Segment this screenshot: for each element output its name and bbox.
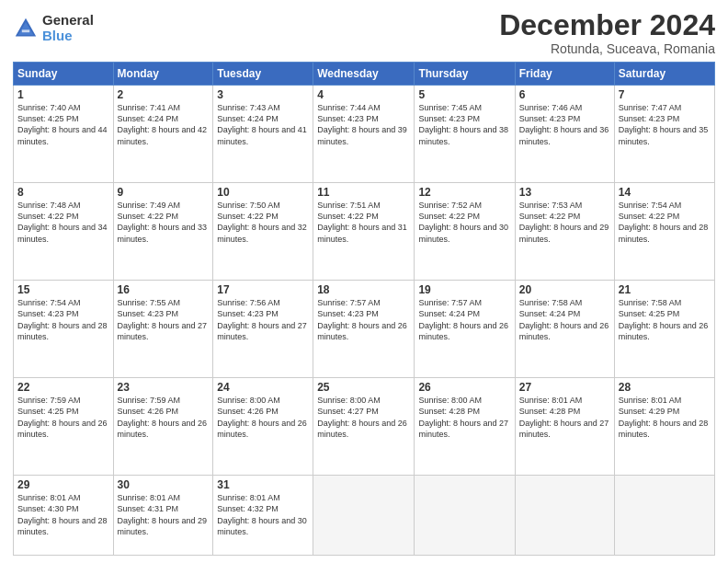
table-row: [415, 476, 515, 556]
day-number: 24: [217, 381, 309, 394]
day-info: Sunrise: 8:00 AMSunset: 4:28 PMDaylight:…: [418, 395, 510, 440]
day-info: Sunrise: 7:46 AMSunset: 4:23 PMDaylight:…: [519, 102, 610, 147]
day-info: Sunrise: 7:43 AMSunset: 4:24 PMDaylight:…: [217, 102, 309, 147]
table-row: 9Sunrise: 7:49 AMSunset: 4:22 PMDaylight…: [113, 183, 213, 281]
day-info: Sunrise: 7:48 AMSunset: 4:22 PMDaylight:…: [17, 200, 109, 245]
day-number: 6: [519, 88, 610, 101]
location: Rotunda, Suceava, Romania: [499, 41, 715, 56]
col-saturday: Saturday: [614, 63, 714, 86]
table-row: 2Sunrise: 7:41 AMSunset: 4:24 PMDaylight…: [113, 86, 213, 183]
day-info: Sunrise: 7:41 AMSunset: 4:24 PMDaylight:…: [118, 102, 210, 147]
day-info: Sunrise: 7:51 AMSunset: 4:22 PMDaylight:…: [317, 200, 410, 245]
table-row: 5Sunrise: 7:45 AMSunset: 4:23 PMDaylight…: [415, 86, 515, 183]
day-info: Sunrise: 7:59 AMSunset: 4:26 PMDaylight:…: [118, 395, 210, 440]
day-number: 10: [217, 186, 309, 199]
day-number: 25: [317, 381, 410, 394]
table-row: 29Sunrise: 8:01 AMSunset: 4:30 PMDayligh…: [14, 476, 114, 556]
day-info: Sunrise: 7:57 AMSunset: 4:24 PMDaylight:…: [418, 297, 510, 342]
table-row: 6Sunrise: 7:46 AMSunset: 4:23 PMDaylight…: [515, 86, 614, 183]
day-number: 16: [118, 283, 210, 296]
table-row: 17Sunrise: 7:56 AMSunset: 4:23 PMDayligh…: [213, 281, 313, 378]
table-row: 23Sunrise: 7:59 AMSunset: 4:26 PMDayligh…: [113, 378, 213, 476]
table-row: [614, 476, 714, 556]
month-title: December 2024: [499, 9, 715, 41]
day-number: 3: [217, 88, 309, 101]
day-number: 21: [619, 283, 711, 296]
table-row: 30Sunrise: 8:01 AMSunset: 4:31 PMDayligh…: [113, 476, 213, 556]
calendar-table: Sunday Monday Tuesday Wednesday Thursday…: [13, 62, 715, 556]
day-number: 8: [17, 186, 109, 199]
table-row: 8Sunrise: 7:48 AMSunset: 4:22 PMDaylight…: [14, 183, 114, 281]
table-row: 31Sunrise: 8:01 AMSunset: 4:32 PMDayligh…: [213, 476, 313, 556]
table-row: [313, 476, 415, 556]
day-info: Sunrise: 8:01 AMSunset: 4:31 PMDaylight:…: [118, 492, 210, 537]
logo-text: General Blue: [42, 13, 94, 43]
table-row: 12Sunrise: 7:52 AMSunset: 4:22 PMDayligh…: [415, 183, 515, 281]
day-info: Sunrise: 7:44 AMSunset: 4:23 PMDaylight:…: [317, 102, 410, 147]
day-info: Sunrise: 7:58 AMSunset: 4:24 PMDaylight:…: [519, 297, 610, 342]
table-row: 27Sunrise: 8:01 AMSunset: 4:28 PMDayligh…: [515, 378, 614, 476]
day-number: 13: [519, 186, 610, 199]
day-number: 26: [418, 381, 510, 394]
day-number: 30: [118, 478, 210, 491]
day-number: 18: [317, 283, 410, 296]
day-number: 28: [619, 381, 711, 394]
table-row: 1Sunrise: 7:40 AMSunset: 4:25 PMDaylight…: [14, 86, 114, 183]
day-info: Sunrise: 7:40 AMSunset: 4:25 PMDaylight:…: [17, 102, 109, 147]
day-number: 11: [317, 186, 410, 199]
day-info: Sunrise: 7:50 AMSunset: 4:22 PMDaylight:…: [217, 200, 309, 245]
svg-rect-2: [22, 29, 29, 32]
day-info: Sunrise: 7:49 AMSunset: 4:22 PMDaylight:…: [118, 200, 210, 245]
day-info: Sunrise: 8:00 AMSunset: 4:27 PMDaylight:…: [317, 395, 410, 440]
col-monday: Monday: [113, 63, 213, 86]
logo-icon: [13, 16, 39, 41]
day-info: Sunrise: 8:01 AMSunset: 4:29 PMDaylight:…: [619, 395, 711, 440]
day-number: 7: [619, 88, 711, 101]
table-row: 4Sunrise: 7:44 AMSunset: 4:23 PMDaylight…: [313, 86, 415, 183]
col-friday: Friday: [515, 63, 614, 86]
day-number: 27: [519, 381, 610, 394]
table-row: 11Sunrise: 7:51 AMSunset: 4:22 PMDayligh…: [313, 183, 415, 281]
day-number: 31: [217, 478, 309, 491]
table-row: 16Sunrise: 7:55 AMSunset: 4:23 PMDayligh…: [113, 281, 213, 378]
day-info: Sunrise: 7:56 AMSunset: 4:23 PMDaylight:…: [217, 297, 309, 342]
day-info: Sunrise: 8:01 AMSunset: 4:28 PMDaylight:…: [519, 395, 610, 440]
table-row: 7Sunrise: 7:47 AMSunset: 4:23 PMDaylight…: [614, 86, 714, 183]
day-number: 29: [17, 478, 109, 491]
table-row: 21Sunrise: 7:58 AMSunset: 4:25 PMDayligh…: [614, 281, 714, 378]
col-wednesday: Wednesday: [313, 63, 415, 86]
logo-general: General: [42, 13, 94, 29]
day-number: 19: [418, 283, 510, 296]
day-info: Sunrise: 7:47 AMSunset: 4:23 PMDaylight:…: [619, 102, 711, 147]
header-row: Sunday Monday Tuesday Wednesday Thursday…: [14, 63, 715, 86]
table-row: 26Sunrise: 8:00 AMSunset: 4:28 PMDayligh…: [415, 378, 515, 476]
day-info: Sunrise: 8:01 AMSunset: 4:30 PMDaylight:…: [17, 492, 109, 537]
day-number: 20: [519, 283, 610, 296]
day-info: Sunrise: 7:45 AMSunset: 4:23 PMDaylight:…: [418, 102, 510, 147]
logo: General Blue: [13, 13, 94, 43]
day-number: 5: [418, 88, 510, 101]
day-info: Sunrise: 7:58 AMSunset: 4:25 PMDaylight:…: [619, 297, 711, 342]
table-row: 15Sunrise: 7:54 AMSunset: 4:23 PMDayligh…: [14, 281, 114, 378]
day-info: Sunrise: 7:52 AMSunset: 4:22 PMDaylight:…: [418, 200, 510, 245]
logo-blue: Blue: [42, 29, 94, 44]
page: General Blue December 2024 Rotunda, Suce…: [0, 0, 728, 563]
col-sunday: Sunday: [14, 63, 114, 86]
day-info: Sunrise: 7:55 AMSunset: 4:23 PMDaylight:…: [118, 297, 210, 342]
table-row: 28Sunrise: 8:01 AMSunset: 4:29 PMDayligh…: [614, 378, 714, 476]
day-number: 23: [118, 381, 210, 394]
day-info: Sunrise: 8:00 AMSunset: 4:26 PMDaylight:…: [217, 395, 309, 440]
header-right: December 2024 Rotunda, Suceava, Romania: [499, 9, 715, 56]
table-row: 25Sunrise: 8:00 AMSunset: 4:27 PMDayligh…: [313, 378, 415, 476]
day-number: 2: [118, 88, 210, 101]
table-row: 19Sunrise: 7:57 AMSunset: 4:24 PMDayligh…: [415, 281, 515, 378]
day-info: Sunrise: 7:57 AMSunset: 4:23 PMDaylight:…: [317, 297, 410, 342]
day-info: Sunrise: 7:54 AMSunset: 4:23 PMDaylight:…: [17, 297, 109, 342]
col-thursday: Thursday: [415, 63, 515, 86]
table-row: 3Sunrise: 7:43 AMSunset: 4:24 PMDaylight…: [213, 86, 313, 183]
day-number: 1: [17, 88, 109, 101]
day-info: Sunrise: 7:53 AMSunset: 4:22 PMDaylight:…: [519, 200, 610, 245]
day-number: 14: [619, 186, 711, 199]
table-row: 24Sunrise: 8:00 AMSunset: 4:26 PMDayligh…: [213, 378, 313, 476]
day-number: 22: [17, 381, 109, 394]
